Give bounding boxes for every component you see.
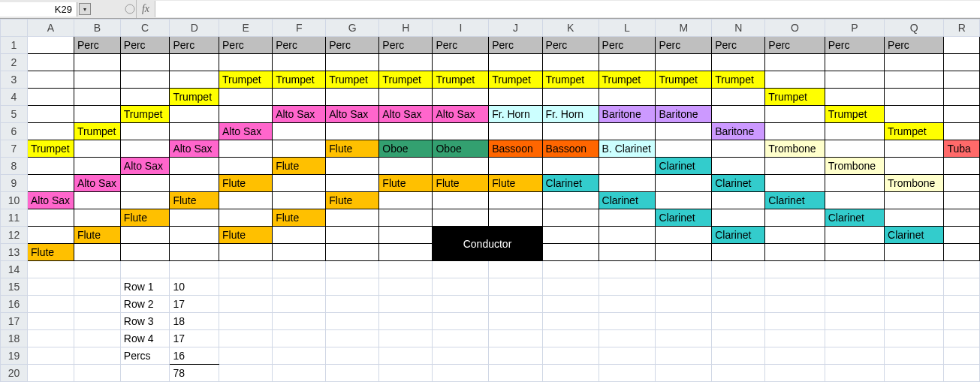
cell-H18[interactable]	[379, 330, 433, 347]
cell-L14[interactable]	[599, 261, 656, 278]
cell-K13[interactable]	[542, 244, 599, 261]
cell-C4[interactable]	[120, 89, 170, 106]
cell-J9[interactable]: Flute	[489, 175, 542, 192]
cell-L10[interactable]: Clarinet	[599, 192, 656, 209]
cell-K19[interactable]	[542, 347, 599, 365]
cell-R14[interactable]	[944, 261, 980, 278]
cell-G8[interactable]	[326, 158, 379, 175]
cell-D12[interactable]	[170, 227, 219, 244]
cell-K6[interactable]	[542, 123, 599, 140]
cell-A17[interactable]	[27, 313, 74, 330]
name-box-dropdown[interactable]: ▾	[79, 3, 91, 15]
cell-K3[interactable]: Trumpet	[542, 71, 599, 89]
cell-C15[interactable]: Row 1	[120, 278, 170, 296]
cell-P6[interactable]	[825, 123, 884, 140]
cell-G16[interactable]	[326, 296, 379, 313]
cell-E14[interactable]	[219, 261, 273, 278]
cell-N7[interactable]	[712, 140, 765, 158]
cell-G18[interactable]	[326, 330, 379, 347]
cell-M5[interactable]: Baritone	[656, 106, 712, 123]
cell-I19[interactable]	[433, 347, 489, 365]
select-all-corner[interactable]	[1, 20, 28, 37]
cell-J15[interactable]	[489, 278, 542, 296]
cell-B17[interactable]	[74, 313, 120, 330]
cell-R18[interactable]	[944, 330, 980, 347]
cell-B14[interactable]	[74, 261, 120, 278]
cell-C11[interactable]: Flute	[120, 209, 170, 227]
cell-N8[interactable]	[712, 158, 765, 175]
cell-Q7[interactable]	[885, 140, 944, 158]
col-header-H[interactable]: H	[379, 20, 433, 37]
cell-H7[interactable]: Oboe	[379, 140, 433, 158]
cell-C5[interactable]: Trumpet	[120, 106, 170, 123]
row-header-14[interactable]: 14	[1, 261, 28, 278]
cell-O6[interactable]	[765, 123, 825, 140]
cell-G14[interactable]	[326, 261, 379, 278]
cell-P18[interactable]	[825, 330, 884, 347]
cell-M7[interactable]	[656, 140, 712, 158]
col-header-A[interactable]: A	[27, 20, 74, 37]
cell-D9[interactable]	[170, 175, 219, 192]
cell-D15[interactable]: 10	[170, 278, 219, 296]
cell-J2[interactable]	[489, 54, 542, 71]
cell-R12[interactable]	[944, 227, 980, 244]
spreadsheet-grid[interactable]: ABCDEFGHIJKLMNOPQR 1PercPercPercPercPerc…	[0, 19, 980, 382]
cell-A16[interactable]	[27, 296, 74, 313]
cell-L11[interactable]	[599, 209, 656, 227]
cell-K20[interactable]	[542, 365, 599, 382]
cell-Q11[interactable]	[885, 209, 944, 227]
cell-J20[interactable]	[489, 365, 542, 382]
cell-N11[interactable]	[712, 209, 765, 227]
cell-C3[interactable]	[120, 71, 170, 89]
formula-input[interactable]	[155, 1, 980, 17]
cell-O3[interactable]	[765, 71, 825, 89]
cell-Q3[interactable]	[885, 71, 944, 89]
cell-F3[interactable]: Trumpet	[273, 71, 326, 89]
cell-H6[interactable]	[379, 123, 433, 140]
cell-A7[interactable]: Trumpet	[27, 140, 74, 158]
cell-E9[interactable]: Flute	[219, 175, 273, 192]
cell-L7[interactable]: B. Clarinet	[599, 140, 656, 158]
cell-A14[interactable]	[27, 261, 74, 278]
cell-J5[interactable]: Fr. Horn	[489, 106, 542, 123]
cell-M17[interactable]	[656, 313, 712, 330]
cell-B9[interactable]: Alto Sax	[74, 175, 120, 192]
cell-M19[interactable]	[656, 347, 712, 365]
cell-P3[interactable]	[825, 71, 884, 89]
cell-N13[interactable]	[712, 244, 765, 261]
col-header-N[interactable]: N	[712, 20, 765, 37]
cell-J19[interactable]	[489, 347, 542, 365]
cell-F16[interactable]	[273, 296, 326, 313]
cell-L4[interactable]	[599, 89, 656, 106]
cell-I5[interactable]: Alto Sax	[433, 106, 489, 123]
col-header-J[interactable]: J	[489, 20, 542, 37]
row-header-7[interactable]: 7	[1, 140, 28, 158]
cell-M18[interactable]	[656, 330, 712, 347]
cell-H20[interactable]	[379, 365, 433, 382]
cell-Q10[interactable]	[885, 192, 944, 209]
cell-J11[interactable]	[489, 209, 542, 227]
cell-H19[interactable]	[379, 347, 433, 365]
cell-H11[interactable]	[379, 209, 433, 227]
row-header-9[interactable]: 9	[1, 175, 28, 192]
cell-A19[interactable]	[27, 347, 74, 365]
cell-G3[interactable]: Trumpet	[326, 71, 379, 89]
col-header-C[interactable]: C	[120, 20, 170, 37]
cell-L15[interactable]	[599, 278, 656, 296]
cell-B3[interactable]	[74, 71, 120, 89]
cell-E13[interactable]	[219, 244, 273, 261]
cell-H12[interactable]	[379, 227, 433, 244]
cell-P4[interactable]	[825, 89, 884, 106]
cell-D1[interactable]: Perc	[170, 37, 219, 54]
cell-E2[interactable]	[219, 54, 273, 71]
cell-Q2[interactable]	[885, 54, 944, 71]
cell-H16[interactable]	[379, 296, 433, 313]
cell-G17[interactable]	[326, 313, 379, 330]
cell-P17[interactable]	[825, 313, 884, 330]
cell-M16[interactable]	[656, 296, 712, 313]
cell-H17[interactable]	[379, 313, 433, 330]
cell-B5[interactable]	[74, 106, 120, 123]
cell-I8[interactable]	[433, 158, 489, 175]
cell-N16[interactable]	[712, 296, 765, 313]
cell-F10[interactable]	[273, 192, 326, 209]
